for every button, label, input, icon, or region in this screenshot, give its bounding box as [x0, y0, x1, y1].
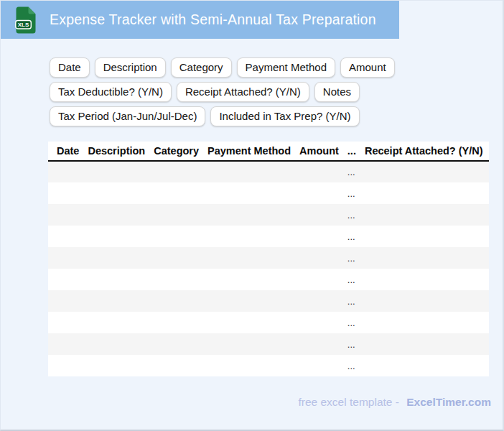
preview-table: Date Description Category Payment Method… [48, 142, 489, 376]
table-cell [149, 182, 203, 204]
col-header-amount: Amount [295, 142, 343, 161]
footer-note: free excel template - [298, 396, 398, 408]
chip-notes[interactable]: Notes [314, 82, 360, 102]
chip-amount[interactable]: Amount [340, 57, 395, 78]
table-cell [203, 226, 295, 247]
table-cell [295, 161, 343, 182]
table-cell [360, 312, 489, 333]
table-cell [203, 247, 295, 269]
col-header-description: Description [83, 142, 149, 161]
col-header-payment-method: Payment Method [203, 142, 295, 161]
table-cell [295, 226, 343, 247]
table-header: Date Description Category Payment Method… [48, 142, 489, 161]
table-cell: ... [343, 182, 360, 204]
table-cell [295, 269, 343, 290]
col-header-receipt-attached: Receipt Attached? (Y/N) [360, 142, 489, 161]
chip-date[interactable]: Date [50, 57, 90, 78]
chip-category[interactable]: Category [171, 57, 232, 78]
xls-file-icon: XLS [15, 6, 36, 34]
table-row: ... [48, 355, 489, 376]
table-row: ... [48, 269, 489, 290]
table-cell [149, 247, 203, 269]
table-cell [360, 333, 489, 355]
table-cell [203, 355, 295, 376]
table-cell [48, 290, 83, 312]
table-cell: ... [343, 204, 360, 226]
table-row: ... [48, 333, 489, 355]
table-row: ... [48, 204, 489, 226]
table-cell: ... [343, 290, 360, 312]
col-header-date: Date [48, 142, 83, 161]
header-bar: XLS Expense Tracker with Semi-Annual Tax… [1, 1, 399, 39]
table-cell [83, 355, 149, 376]
col-header-ellipsis: ... [343, 142, 360, 161]
table-cell [360, 161, 489, 182]
column-chip-list: Date Description Category Payment Method… [50, 57, 503, 126]
table-cell [203, 312, 295, 333]
table-body: .............................. [48, 161, 489, 376]
table-cell: ... [343, 161, 360, 182]
table-cell [295, 182, 343, 204]
table-cell [149, 312, 203, 333]
table-cell [149, 290, 203, 312]
table-cell: ... [343, 312, 360, 333]
table-cell [203, 290, 295, 312]
footer-brand-link[interactable]: ExcelTimer.com [406, 396, 491, 408]
table-cell [203, 333, 295, 355]
table-cell [203, 161, 295, 182]
table-cell [48, 226, 83, 247]
table-cell: ... [343, 247, 360, 269]
footer: free excel template - ExcelTimer.com [298, 396, 491, 409]
table-cell [83, 204, 149, 226]
chip-receipt-attached[interactable]: Receipt Attached? (Y/N) [177, 82, 309, 102]
table-cell [295, 355, 343, 376]
table-cell [360, 247, 489, 269]
table-cell [83, 333, 149, 355]
table-cell [48, 161, 83, 182]
table-cell [203, 204, 295, 226]
table-cell [360, 226, 489, 247]
table-cell [295, 290, 343, 312]
table-cell [203, 269, 295, 290]
table-cell [83, 269, 149, 290]
page-title: Expense Tracker with Semi-Annual Tax Pre… [50, 11, 376, 28]
table-cell: ... [343, 355, 360, 376]
table-row: ... [48, 290, 489, 312]
table-cell [149, 226, 203, 247]
table-cell [48, 269, 83, 290]
table-cell [360, 290, 489, 312]
table-cell [203, 182, 295, 204]
table-row: ... [48, 226, 489, 247]
table-cell: ... [343, 269, 360, 290]
table-cell [360, 269, 489, 290]
table-cell [83, 182, 149, 204]
chip-included-in-tax-prep[interactable]: Included in Tax Prep? (Y/N) [210, 106, 359, 126]
col-header-category: Category [149, 142, 203, 161]
table-cell [48, 355, 83, 376]
chip-description[interactable]: Description [95, 57, 166, 78]
chip-tax-deductible[interactable]: Tax Deductible? (Y/N) [50, 82, 172, 102]
table-cell [149, 161, 203, 182]
table-cell [149, 333, 203, 355]
table-cell [360, 204, 489, 226]
chip-tax-period[interactable]: Tax Period (Jan-Jun/Jul-Dec) [50, 106, 205, 126]
table-cell [295, 312, 343, 333]
table-cell [83, 290, 149, 312]
table-cell [83, 312, 149, 333]
table-cell [295, 247, 343, 269]
table-cell [295, 333, 343, 355]
preview-table-card: Date Description Category Payment Method… [48, 142, 487, 376]
table-cell [360, 182, 489, 204]
table-cell [83, 161, 149, 182]
table-cell: ... [343, 226, 360, 247]
table-cell [83, 226, 149, 247]
table-cell [149, 355, 203, 376]
table-cell [360, 355, 489, 376]
page: XLS Expense Tracker with Semi-Annual Tax… [0, 0, 504, 431]
chip-payment-method[interactable]: Payment Method [237, 57, 335, 78]
table-row: ... [48, 312, 489, 333]
table-row: ... [48, 247, 489, 269]
table-cell [48, 247, 83, 269]
table-cell [149, 204, 203, 226]
table-cell: ... [343, 333, 360, 355]
